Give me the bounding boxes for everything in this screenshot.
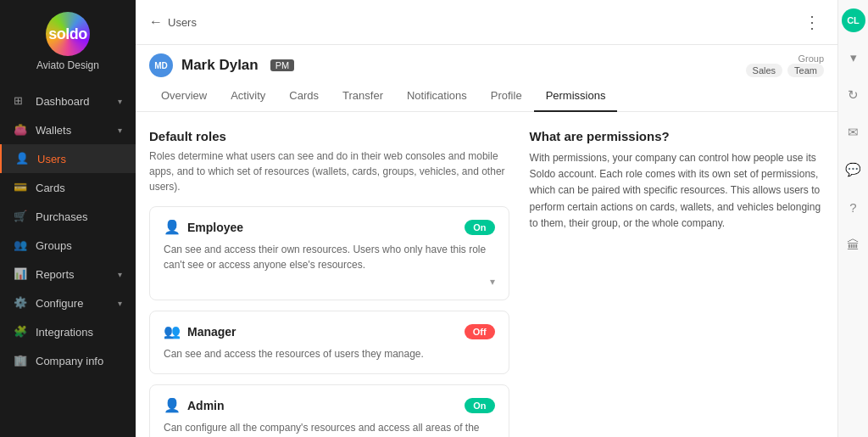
sidebar-item-cards[interactable]: 💳 Cards: [0, 173, 136, 202]
user-name: Mark Dylan: [181, 57, 259, 74]
chevron-icon-dashboard: ▾: [118, 97, 122, 106]
sidebar-item-label-wallets: Wallets: [36, 124, 71, 137]
role-card-employee: 👤 Employee On Can see and access their o…: [149, 206, 509, 300]
tab-transfer[interactable]: Transfer: [331, 81, 395, 112]
tab-profile[interactable]: Profile: [479, 81, 534, 112]
roles-section: Default roles Roles determine what users…: [149, 129, 509, 420]
company-name: Aviato Design: [36, 59, 99, 71]
sidebar-item-groups[interactable]: 👥 Groups: [0, 231, 136, 260]
manager-name: Manager: [187, 325, 458, 339]
permissions-panel: What are permissions? With permissions, …: [530, 129, 824, 420]
employee-icon: 👤: [164, 219, 181, 235]
sidebar-item-reports[interactable]: 📊 Reports ▾: [0, 260, 136, 289]
role-card-admin-header: 👤 Admin On: [164, 397, 495, 413]
group-label: Group: [798, 53, 824, 64]
content-area: Default roles Roles determine what users…: [136, 112, 837, 437]
tabs: Overview Activity Cards Transfer Notific…: [136, 81, 837, 112]
groups-icon: 👥: [14, 238, 27, 252]
group-tags: Sales Team: [746, 64, 824, 77]
sidebar-item-integrations[interactable]: 🧩 Integrations: [0, 317, 136, 346]
permissions-description: With permissions, your company can contr…: [530, 150, 824, 232]
mail-icon[interactable]: ✉: [842, 120, 865, 144]
back-arrow-icon: ←: [149, 14, 163, 30]
dashboard-icon: ⊞: [14, 94, 27, 108]
manager-desc: Can see and access the resources of user…: [164, 346, 495, 361]
main-content: ← Users ⋮ MD Mark Dylan PM Group Sales T…: [136, 0, 837, 437]
sidebar-logo: soldo Aviato Design: [0, 0, 136, 83]
user-badge: PM: [270, 59, 295, 71]
sidebar-item-label-company-info: Company info: [36, 355, 103, 367]
admin-desc: Can configure all the company's resource…: [164, 420, 495, 437]
role-card-manager: 👥 Manager Off Can see and access the res…: [149, 311, 509, 374]
tab-overview[interactable]: Overview: [149, 81, 219, 112]
avatar: MD: [149, 53, 173, 77]
tab-activity[interactable]: Activity: [219, 81, 277, 112]
back-button[interactable]: ← Users: [149, 14, 197, 30]
employee-toggle[interactable]: On: [465, 220, 494, 235]
sidebar-item-configure[interactable]: ⚙️ Configure ▾: [0, 289, 136, 317]
wallets-icon: 👛: [14, 123, 27, 137]
user-header: MD Mark Dylan PM Group Sales Team: [136, 45, 837, 77]
sidebar-item-purchases[interactable]: 🛒 Purchases: [0, 202, 136, 231]
tab-notifications[interactable]: Notifications: [395, 81, 479, 112]
logo-text: soldo: [48, 25, 87, 43]
chevron-icon-reports: ▾: [118, 270, 122, 279]
chevron-icon-wallets: ▾: [118, 126, 122, 135]
sidebar-item-wallets[interactable]: 👛 Wallets ▾: [0, 115, 136, 144]
more-options-button[interactable]: ⋮: [800, 8, 824, 36]
chevron-down-icon[interactable]: ▾: [842, 46, 865, 70]
manager-toggle[interactable]: Off: [465, 324, 495, 339]
bank-icon[interactable]: 🏛: [842, 233, 865, 256]
logo-icon: soldo: [46, 12, 90, 56]
back-label: Users: [168, 16, 197, 29]
role-card-manager-header: 👥 Manager Off: [164, 323, 495, 339]
sidebar-item-label-reports: Reports: [36, 268, 75, 281]
sidebar-item-label-groups: Groups: [36, 239, 72, 252]
sidebar-item-label-cards: Cards: [36, 182, 65, 194]
chevron-icon-configure: ▾: [118, 299, 122, 308]
permissions-title: What are permissions?: [530, 129, 824, 143]
sidebar-nav: ⊞ Dashboard ▾ 👛 Wallets ▾ 👤 Users 💳 Card…: [0, 83, 136, 437]
right-panel: CL ▾ ↻ ✉ 💬 ? 🏛: [837, 0, 868, 437]
chat-icon[interactable]: 💬: [842, 158, 865, 182]
role-card-employee-header: 👤 Employee On: [164, 219, 495, 235]
sidebar: soldo Aviato Design ⊞ Dashboard ▾ 👛 Wall…: [0, 0, 136, 437]
group-tag-team: Team: [787, 64, 824, 77]
purchases-icon: 🛒: [14, 210, 27, 223]
sidebar-item-dashboard[interactable]: ⊞ Dashboard ▾: [0, 87, 136, 115]
refresh-icon[interactable]: ↻: [842, 83, 865, 107]
sidebar-item-label-dashboard: Dashboard: [36, 95, 90, 108]
sidebar-item-label-purchases: Purchases: [36, 210, 87, 223]
integrations-icon: 🧩: [14, 325, 27, 339]
admin-toggle[interactable]: On: [465, 398, 494, 413]
tab-permissions[interactable]: Permissions: [534, 81, 618, 112]
employee-desc: Can see and access their own resources. …: [164, 242, 495, 272]
cards-icon: 💳: [14, 181, 27, 194]
employee-name: Employee: [187, 221, 458, 234]
admin-icon: 👤: [164, 397, 181, 413]
sidebar-item-label-users: Users: [37, 153, 66, 165]
manager-icon: 👥: [164, 323, 181, 339]
company-info-icon: 🏢: [14, 354, 27, 367]
sidebar-item-label-integrations: Integrations: [36, 326, 93, 339]
user-avatar-button[interactable]: CL: [842, 8, 865, 32]
sidebar-item-users[interactable]: 👤 Users: [0, 144, 136, 173]
tab-cards[interactable]: Cards: [277, 81, 331, 112]
roles-description: Roles determine what users can see and d…: [149, 148, 509, 194]
sidebar-item-company-info[interactable]: 🏢 Company info: [0, 346, 136, 375]
users-icon: 👤: [15, 152, 29, 165]
admin-name: Admin: [187, 399, 458, 412]
employee-chevron-icon: ▾: [164, 276, 495, 288]
topbar: ← Users ⋮: [136, 0, 837, 45]
roles-title: Default roles: [149, 129, 509, 143]
configure-icon: ⚙️: [14, 296, 27, 310]
reports-icon: 📊: [14, 267, 27, 281]
role-card-admin: 👤 Admin On Can configure all the company…: [149, 384, 509, 437]
group-tag-sales: Sales: [746, 64, 783, 77]
help-icon[interactable]: ?: [842, 195, 865, 219]
sidebar-item-label-configure: Configure: [36, 297, 83, 310]
group-info: Group Sales Team: [746, 53, 824, 77]
